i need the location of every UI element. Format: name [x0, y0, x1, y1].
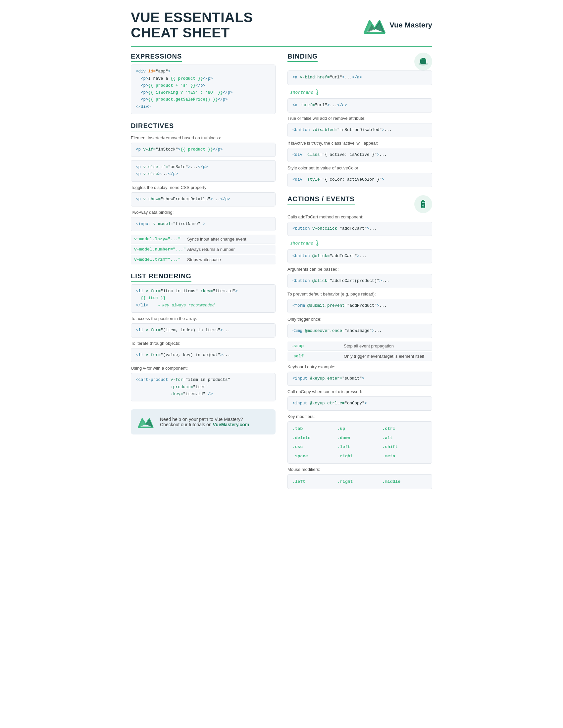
list-desc3: Using v-for with a component: [131, 366, 275, 371]
key-meta: .meta [382, 452, 427, 460]
directives-vif-code: <p v-if="inStock">{{ product }}</p> [131, 143, 275, 157]
header: VUE ESSENTIALS CHEAT SHEET Vue Mastery [131, 10, 432, 47]
actions-von-code: <button v-on:click="addToCart">... [288, 222, 432, 236]
key-alt: .alt [382, 434, 427, 442]
key-ctrl: .ctrl [382, 425, 427, 432]
actions-desc6: Call onCopy when control-c is pressed: [288, 389, 432, 394]
mouse-right: .right [338, 478, 383, 485]
actions-desc3: To prevent default behavior (e.g. page r… [288, 292, 432, 296]
footer-link: VueMastery.com [213, 422, 249, 427]
directives-desc2: Toggles the display: none CSS property: [131, 185, 275, 190]
actions-desc1: Calls addToCart method on component: [288, 214, 432, 219]
actions-shorthand-code: <button @click="addToCart">... [288, 249, 432, 263]
binding-section: BINDING <a v-bind:href="url">...</a> [288, 53, 432, 187]
binding-shorthand-code: <a :href="url">...</a> [288, 98, 432, 113]
vmodel-trim-key: v-model.trim="..." [134, 257, 187, 262]
binding-style-code: <div :style="{ color: activeColor }"> [288, 173, 432, 187]
stop-key: .stop [291, 343, 344, 348]
footer-text1: Need help on your path to Vue Mastery? [160, 417, 249, 422]
expressions-section: EXPRESSIONS <div id="app"> <p>I have a {… [131, 53, 275, 114]
vmodel-lazy-row: v-model.lazy="..." Syncs input after cha… [131, 235, 275, 244]
key-shift: .shift [382, 443, 427, 451]
binding-desc2: If isActive is truthy, the class 'active… [288, 141, 432, 146]
directives-title: DIRECTIVES [131, 122, 174, 131]
key-modifiers-label: Key modifiers: [288, 414, 432, 419]
directives-vmodel-code: <input v-model="firstName" > [131, 217, 275, 231]
page-title: VUE ESSENTIALS CHEAT SHEET [131, 10, 253, 40]
vmodel-number-desc: Always returns a number [187, 247, 235, 252]
actions-desc5: Keyboard entry example: [288, 364, 432, 369]
stop-modifier-row: .stop Stop all event propagation [288, 341, 432, 351]
key-modifiers-grid: .tab .up .ctrl .delete .down .alt .esc .… [288, 421, 432, 464]
directives-vshow-code: <p v-show="showProductDetails">...</p> [131, 192, 275, 206]
list-index-code: <li v-for="(item, index) in items">... [131, 323, 275, 338]
actions-ctrl-code: <input @keyup.ctrl.c="onCopy"> [288, 396, 432, 411]
actions-prevent-code: <form @submit.prevent="addProduct">... [288, 299, 432, 313]
actions-keyup-code: <input @keyup.enter="submit"> [288, 372, 432, 386]
actions-icon [414, 195, 432, 213]
list-object-code: <li v-for="(value, key) in object">... [131, 348, 275, 362]
directives-section: DIRECTIVES Element inserted/removed base… [131, 122, 275, 264]
walkie-talkie-icon [419, 199, 428, 209]
vmodel-trim-row: v-model.trim="..." Strips whitespace [131, 255, 275, 264]
binding-disabled-code: <button :disabled="isButtonDisabled">... [288, 123, 432, 137]
hat-icon [418, 57, 428, 67]
expressions-title: EXPRESSIONS [131, 53, 182, 62]
svg-point-14 [422, 205, 424, 206]
actions-args-code: <button @click="addToCart(product)">... [288, 274, 432, 288]
actions-desc4: Only trigger once: [288, 317, 432, 322]
svg-rect-15 [422, 207, 425, 207]
footer-logo-icon [137, 415, 154, 429]
binding-desc1: True or false will add or remove attribu… [288, 116, 432, 121]
actions-section: ACTIONS / EVENTS Calls addToCart method … [288, 195, 432, 489]
footer-banner: Need help on your path to Vue Mastery? C… [131, 409, 275, 434]
binding-vbind-code: <a v-bind:href="url">...</a> [288, 70, 432, 85]
vmodel-number-key: v-model.number="..." [134, 247, 187, 252]
directives-desc1: Element inserted/removed based on truthi… [131, 135, 275, 140]
mouse-modifiers-grid: .left .right .middle [288, 474, 432, 489]
actions-title: ACTIONS / EVENTS [288, 195, 355, 205]
self-modifier-row: .self Only trigger if event.target is el… [288, 352, 432, 361]
key-delete: .delete [293, 434, 338, 442]
list-rendering-title: LIST RENDERING [131, 272, 191, 282]
key-right: .right [338, 452, 383, 460]
self-desc: Only trigger if event.target is element … [344, 354, 424, 359]
key-up: .up [338, 425, 383, 432]
list-desc2: To iterate through objects: [131, 341, 275, 346]
directives-desc3: Two-way data binding: [131, 210, 275, 215]
list-component-code: <cart-product v-for="item in products" :… [131, 373, 275, 401]
logo-area: Vue Mastery [363, 16, 432, 34]
binding-class-code: <div :class="{ active: isActive }">... [288, 148, 432, 162]
key-esc: .esc [293, 443, 338, 451]
list-vfor-code: <li v-for="item in items" :key="item.id"… [131, 284, 275, 313]
list-rendering-section: LIST RENDERING <li v-for="item in items"… [131, 272, 275, 401]
binding-desc3: Style color set to value of activeColor: [288, 165, 432, 170]
directives-velse-code: <p v-else-if="onSale">...</p> <p v-else>… [131, 160, 275, 182]
actions-once-code: <img @mouseover.once="showImage">... [288, 324, 432, 338]
binding-title: BINDING [288, 53, 318, 62]
self-key: .self [291, 354, 344, 359]
key-left: .left [338, 443, 383, 451]
vue-mastery-logo-icon [363, 16, 386, 34]
list-desc1: To access the position in the array: [131, 316, 275, 321]
footer-text2: Checkout our tutorials on VueMastery.com [160, 422, 249, 427]
vmodel-lazy-key: v-model.lazy="..." [134, 237, 187, 242]
expressions-code: <div id="app"> <p>I have a {{ product }}… [131, 65, 275, 114]
actions-desc2: Arguments can be passed: [288, 267, 432, 272]
vmodel-trim-desc: Strips whitespace [187, 257, 221, 262]
svg-rect-10 [422, 58, 425, 60]
actions-shorthand-arrow: shorthand ⤵ [288, 239, 432, 248]
svg-rect-13 [422, 202, 425, 203]
vmodel-lazy-desc: Syncs input after change event [187, 237, 246, 242]
binding-shorthand-arrow: shorthand ⤵ [288, 88, 432, 97]
mouse-middle: .middle [382, 478, 427, 485]
logo-text: Vue Mastery [390, 21, 432, 29]
binding-icon [414, 53, 432, 70]
key-space: .space [293, 452, 338, 460]
vmodel-number-row: v-model.number="..." Always returns a nu… [131, 245, 275, 254]
key-down: .down [338, 434, 383, 442]
stop-desc: Stop all event propagation [344, 343, 394, 348]
mouse-left: .left [293, 478, 338, 485]
key-tab: .tab [293, 425, 338, 432]
svg-rect-12 [422, 200, 424, 202]
